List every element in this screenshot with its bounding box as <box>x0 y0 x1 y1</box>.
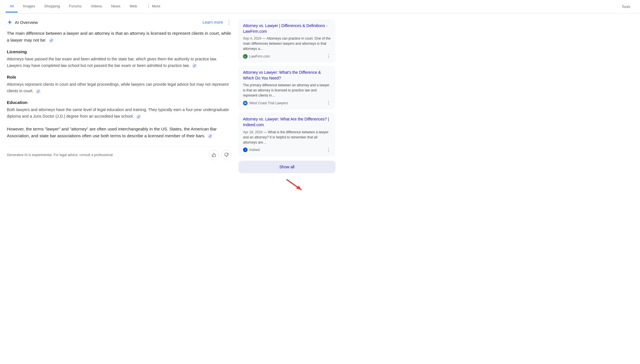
role-link-icon[interactable] <box>36 89 41 94</box>
closing-link-icon[interactable] <box>208 134 213 139</box>
closing-text: However, the terms "lawyer" and "attorne… <box>7 126 232 139</box>
tab-shopping[interactable]: Shopping <box>40 1 64 13</box>
licensing-heading: Licensing <box>7 49 232 54</box>
source-title-1[interactable]: Attorney vs. Lawyer | Differences & Defi… <box>243 23 331 34</box>
tab-more[interactable]: ⋮ More <box>142 0 165 13</box>
source-site-1: L LawFirm.com <box>243 54 270 59</box>
tab-forums[interactable]: Forums <box>65 1 86 13</box>
tab-news[interactable]: News <box>107 1 125 13</box>
ai-overview-panel: AI Overview Learn more ⋮ The main differ… <box>7 19 232 193</box>
licensing-section: Licensing Attorneys have passed the bar … <box>7 49 232 69</box>
source-card-1: Attorney vs. Lawyer | Differences & Defi… <box>238 19 335 63</box>
source-menu-1[interactable]: ⋮ <box>326 54 331 59</box>
source-meta-1: L LawFirm.com ⋮ <box>243 54 331 59</box>
source-title-2[interactable]: Attorney vs Lawyer: What's the Differenc… <box>243 70 331 81</box>
source-title-3[interactable]: Attorney vs. Lawyer: What Are the Differ… <box>243 116 331 128</box>
role-heading: Role <box>7 75 232 79</box>
source-site-2: W West Coast Trial Lawyers <box>243 101 288 105</box>
source-card-3: Attorney vs. Lawyer: What Are the Differ… <box>238 113 335 156</box>
intro-link-icon[interactable] <box>49 38 54 43</box>
source-card-2: Attorney vs Lawyer: What's the Differenc… <box>238 66 335 110</box>
show-all-button[interactable]: Show all <box>238 161 335 173</box>
source-site-3: i Indeed <box>243 148 260 152</box>
indeed-favicon: i <box>243 148 248 152</box>
arrow-indicator <box>238 175 335 193</box>
source-snippet-3: Apr 18, 2024 — What is the difference be… <box>243 130 331 145</box>
tab-bar: All Images Shopping Forums Videos News W… <box>0 0 640 13</box>
source-meta-2: W West Coast Trial Lawyers ⋮ <box>243 100 331 106</box>
tab-videos[interactable]: Videos <box>87 1 106 13</box>
feedback-buttons <box>209 150 232 160</box>
source-menu-2[interactable]: ⋮ <box>326 100 331 106</box>
ai-disclaimer: Generative AI is experimental. For legal… <box>7 153 114 157</box>
licensing-link-icon[interactable] <box>192 63 197 68</box>
role-section: Role Attorneys represent clients in cour… <box>7 75 232 94</box>
main-content: AI Overview Learn more ⋮ The main differ… <box>0 13 342 198</box>
education-heading: Education <box>7 100 232 105</box>
education-body: Both lawyers and attorneys have the same… <box>7 107 232 120</box>
ai-overview-header: AI Overview Learn more ⋮ <box>7 19 232 25</box>
tab-all[interactable]: All <box>6 1 18 13</box>
licensing-body: Attorneys have passed the bar exam and b… <box>7 56 232 69</box>
ai-overview-title: AI Overview <box>15 20 38 25</box>
westcoast-favicon: W <box>243 101 248 105</box>
education-section: Education Both lawyers and attorneys hav… <box>7 100 232 120</box>
source-menu-3[interactable]: ⋮ <box>326 147 331 153</box>
sources-panel: Attorney vs. Lawyer | Differences & Defi… <box>238 19 335 193</box>
education-link-icon[interactable] <box>136 114 141 119</box>
tab-web[interactable]: Web <box>125 1 141 13</box>
thumbs-up-button[interactable] <box>209 150 219 160</box>
ai-overview-menu-button[interactable]: ⋮ <box>226 19 232 25</box>
lawfirm-favicon: L <box>243 54 248 59</box>
source-snippet-1: Sep 4, 2024 — Attorneys can practice in … <box>243 36 331 51</box>
ai-sparkle-icon <box>7 19 13 25</box>
ai-footer: Generative AI is experimental. For legal… <box>7 146 232 160</box>
red-arrow-icon <box>284 175 307 193</box>
thumbs-down-button[interactable] <box>221 150 232 160</box>
source-snippet-2: The primary difference between an attorn… <box>243 83 331 98</box>
learn-more-link[interactable]: Learn more <box>202 20 223 24</box>
role-body: Attorneys represent clients in court and… <box>7 81 232 94</box>
tools-button[interactable]: Tools <box>618 1 634 12</box>
source-meta-3: i Indeed ⋮ <box>243 147 331 153</box>
ai-intro-text: The main difference between a lawyer and… <box>7 30 232 44</box>
tab-images[interactable]: Images <box>19 1 39 13</box>
